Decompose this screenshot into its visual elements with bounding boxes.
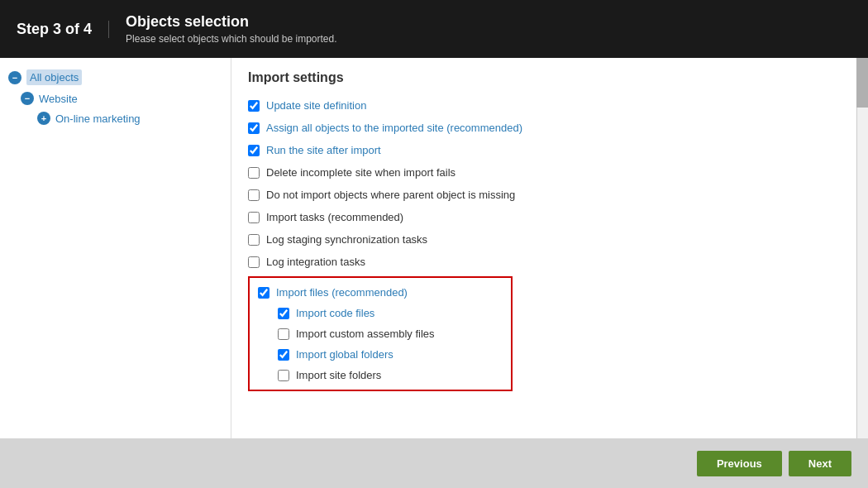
checkbox-run-site-label[interactable]: Run the site after import: [266, 144, 381, 156]
checkbox-import-files-label[interactable]: Import files (recommended): [276, 286, 408, 299]
footer: Previous Next: [0, 438, 868, 488]
checkbox-import-code-files-input[interactable]: [278, 308, 289, 319]
sidebar: − All objects − Website + On-line market…: [0, 58, 231, 438]
minus-icon: −: [21, 92, 34, 105]
checkbox-import-custom-assembly-label[interactable]: Import custom assembly files: [296, 328, 435, 340]
checkbox-update-site: Update site definition: [248, 98, 851, 113]
header: Step 3 of 4 Objects selection Please sel…: [0, 0, 868, 58]
checkbox-import-site-folders-label[interactable]: Import site folders: [296, 369, 381, 381]
checkbox-import-tasks-input[interactable]: [248, 212, 260, 223]
sidebar-item-website[interactable]: − Website: [0, 89, 231, 108]
checkbox-log-integration: Log integration tasks: [248, 254, 851, 270]
sidebar-item-all-objects[interactable]: − All objects: [0, 66, 231, 89]
checkbox-import-custom-assembly: Import custom assembly files: [258, 326, 503, 342]
checkbox-import-code-files-label[interactable]: Import code files: [296, 307, 374, 319]
checkbox-assign-objects: Assign all objects to the imported site …: [248, 120, 851, 136]
checkbox-do-not-import: Do not import objects where parent objec…: [248, 187, 851, 203]
sidebar-item-online-marketing[interactable]: + On-line marketing: [0, 108, 231, 128]
checkbox-import-global-folders-input[interactable]: [278, 349, 289, 361]
checkbox-do-not-import-label[interactable]: Do not import objects where parent objec…: [266, 189, 515, 201]
main-container: − All objects − Website + On-line market…: [0, 58, 868, 438]
checkbox-run-site-input[interactable]: [248, 145, 260, 156]
checkbox-log-staging: Log staging synchronization tasks: [248, 232, 851, 247]
checkbox-update-site-input[interactable]: [248, 100, 260, 112]
checkbox-log-staging-input[interactable]: [248, 234, 260, 246]
plus-icon: +: [37, 112, 50, 125]
checkbox-update-site-label[interactable]: Update site definition: [266, 99, 366, 112]
import-files-group: Import files (recommended) Import code f…: [248, 276, 513, 391]
header-info: Objects selection Please select objects …: [126, 13, 336, 45]
section-title: Import settings: [248, 70, 851, 85]
checkbox-do-not-import-input[interactable]: [248, 189, 260, 201]
checkbox-run-site: Run the site after import: [248, 142, 851, 158]
checkbox-assign-objects-label[interactable]: Assign all objects to the imported site …: [266, 122, 522, 134]
minus-icon: −: [8, 71, 21, 84]
scrollbar-thumb[interactable]: [856, 58, 868, 108]
checkbox-assign-objects-input[interactable]: [248, 122, 260, 134]
checkbox-log-integration-label[interactable]: Log integration tasks: [266, 256, 365, 268]
scrollbar-track[interactable]: [856, 58, 868, 438]
checkbox-import-site-folders-input[interactable]: [278, 370, 289, 381]
checkbox-import-files: Import files (recommended): [258, 285, 503, 300]
checkbox-delete-incomplete: Delete incomplete site when import fails: [248, 165, 851, 180]
step-label: Step 3 of 4: [17, 21, 109, 38]
checkbox-import-global-folders-label[interactable]: Import global folders: [296, 348, 393, 361]
checkbox-import-files-input[interactable]: [258, 287, 269, 299]
previous-button[interactable]: Previous: [697, 451, 782, 476]
checkbox-log-staging-label[interactable]: Log staging synchronization tasks: [266, 233, 427, 246]
content-area: Import settings Update site definition A…: [231, 58, 868, 438]
sidebar-item-label: On-line marketing: [55, 112, 141, 125]
next-button[interactable]: Next: [789, 451, 851, 476]
checkbox-delete-incomplete-label[interactable]: Delete incomplete site when import fails: [266, 166, 455, 179]
sidebar-item-label: All objects: [26, 69, 82, 85]
checkbox-import-tasks-label[interactable]: Import tasks (recommended): [266, 211, 403, 223]
page-title: Objects selection: [126, 13, 336, 31]
checkbox-import-global-folders: Import global folders: [258, 347, 503, 362]
checkbox-import-custom-assembly-input[interactable]: [278, 328, 289, 340]
checkbox-import-site-folders: Import site folders: [258, 367, 503, 383]
page-subtitle: Please select objects which should be im…: [126, 33, 336, 45]
checkbox-import-tasks: Import tasks (recommended): [248, 209, 851, 225]
checkbox-log-integration-input[interactable]: [248, 256, 260, 268]
checkbox-import-code-files: Import code files: [258, 305, 503, 321]
sidebar-item-label: Website: [39, 93, 78, 105]
checkbox-delete-incomplete-input[interactable]: [248, 167, 260, 179]
